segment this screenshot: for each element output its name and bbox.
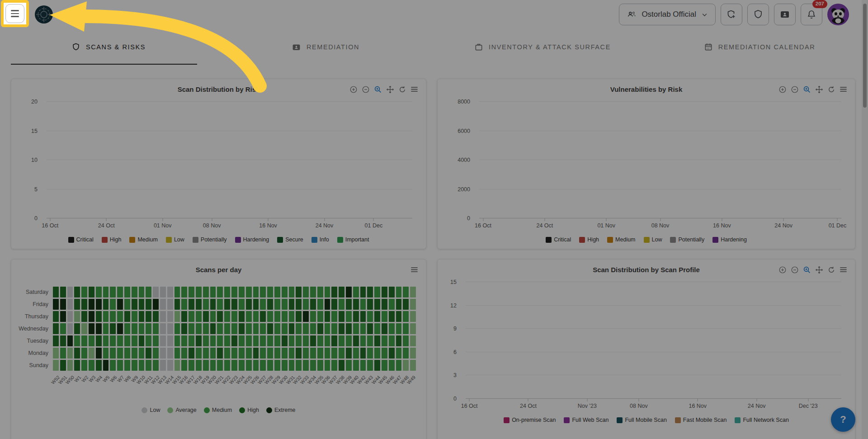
dim-overlay	[0, 0, 868, 439]
dashboard-page: Ostorlab Official	[0, 0, 868, 439]
tutorial-spotlight[interactable]	[1, 0, 29, 27]
hamburger-menu-button-highlighted[interactable]	[5, 4, 24, 23]
